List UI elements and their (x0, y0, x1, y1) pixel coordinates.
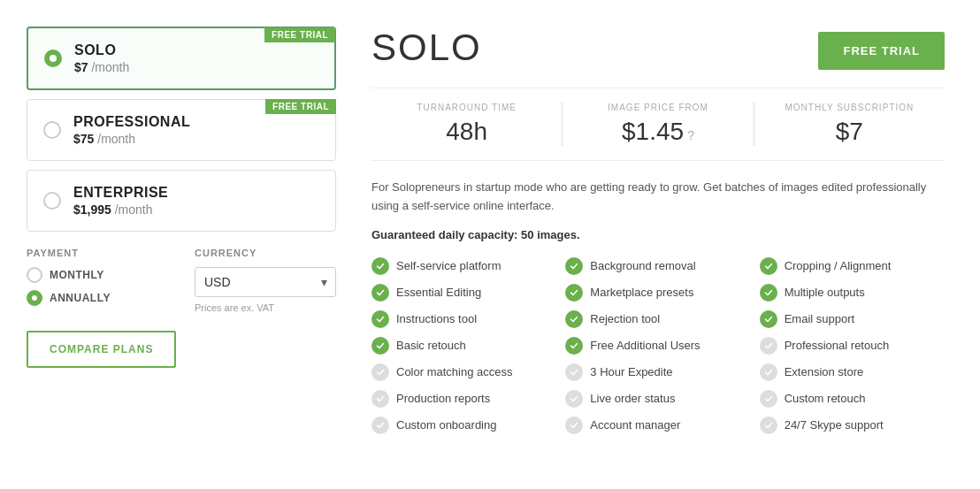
check-inactive-icon (371, 363, 389, 381)
payment-label-annually: ANNUALLY (50, 292, 111, 304)
plan-card-professional[interactable]: PROFESSIONAL $75 /month FREE TRIAL (27, 99, 336, 161)
payment-radio-monthly (27, 267, 42, 283)
stat-value: $1.45? (580, 118, 735, 146)
feature-label: Background removal (590, 259, 695, 272)
feature-item: Account manager (565, 416, 750, 434)
check-inactive-icon (760, 337, 777, 355)
feature-item: Custom retouch (760, 390, 945, 408)
feature-item: 3 Hour Expedite (565, 363, 750, 381)
feature-label: Rejection tool (590, 312, 660, 325)
feature-label: Basic retouch (396, 339, 466, 352)
feature-label: Live order status (590, 392, 675, 405)
feature-label: Custom onboarding (396, 418, 496, 432)
feature-item: Extension store (760, 363, 945, 381)
feature-label: Account manager (590, 418, 680, 432)
feature-label: Email support (785, 312, 854, 325)
features-grid: Self-service platform Background removal… (371, 257, 945, 434)
feature-item: Multiple outputs (760, 284, 945, 302)
check-inactive-icon (565, 363, 583, 381)
feature-item: Essential Editing (371, 284, 556, 302)
stat-label: MONTHLY SUBSCRIPTION (772, 103, 927, 112)
vat-note: Prices are ex. VAT (195, 302, 336, 313)
check-inactive-icon (565, 390, 583, 408)
feature-label: Free Additional Users (590, 339, 700, 352)
payment-section: PAYMENT MONTHLYANNUALLY (27, 248, 168, 313)
currency-wrapper: USD EUR GBP (195, 267, 336, 297)
check-active-icon (565, 284, 583, 302)
info-icon[interactable]: ? (687, 128, 694, 142)
check-active-icon (565, 310, 583, 328)
payment-label-monthly: MONTHLY (50, 269, 104, 281)
plan-card-solo[interactable]: SOLO $7 /month FREE TRIAL (27, 27, 336, 90)
currency-label: CURRENCY (195, 248, 336, 258)
feature-label: Self-service platform (396, 259, 501, 272)
feature-item: Production reports (371, 390, 556, 408)
plan-info-enterprise: ENTERPRISE $1,995 /month (73, 185, 168, 217)
stat-value: 48h (389, 118, 544, 146)
feature-item: Custom onboarding (371, 416, 556, 434)
check-inactive-icon (565, 416, 583, 434)
feature-label: 24/7 Skype support (785, 418, 884, 432)
plan-capacity: Guaranteed daily capacity: 50 images. (371, 228, 945, 241)
check-inactive-icon (760, 390, 777, 408)
feature-item: Free Additional Users (565, 337, 750, 355)
check-inactive-icon (371, 416, 389, 434)
check-active-icon (371, 310, 389, 328)
plan-card-enterprise[interactable]: ENTERPRISE $1,995 /month (27, 170, 336, 232)
feature-item: Live order status (565, 390, 750, 408)
plan-description: For Solopreneurs in startup mode who are… (371, 179, 945, 216)
feature-label: Multiple outputs (785, 286, 865, 299)
feature-item: Email support (760, 310, 945, 328)
left-panel: SOLO $7 /month FREE TRIAL PROFESSIONAL $… (18, 18, 354, 471)
feature-label: Essential Editing (396, 286, 481, 299)
plan-name-solo: SOLO (74, 42, 129, 58)
plan-price-solo: $7 /month (74, 60, 129, 74)
currency-select[interactable]: USD EUR GBP (195, 267, 336, 297)
feature-label: 3 Hour Expedite (590, 365, 672, 378)
payment-currency-row: PAYMENT MONTHLYANNUALLY CURRENCY USD EUR… (27, 248, 336, 313)
check-active-icon (565, 257, 583, 275)
plan-title: SOLO (371, 27, 482, 69)
plan-radio-solo (44, 50, 62, 67)
plan-cards: SOLO $7 /month FREE TRIAL PROFESSIONAL $… (27, 27, 336, 232)
stat-item: MONTHLY SUBSCRIPTION$7 (754, 103, 945, 146)
feature-item: Background removal (565, 257, 750, 275)
feature-item: Basic retouch (371, 337, 556, 355)
stats-row: TURNAROUND TIME48hIMAGE PRICE FROM$1.45?… (371, 88, 945, 161)
plan-price-professional: $75 /month (73, 132, 190, 146)
plan-price-enterprise: $1,995 /month (73, 202, 168, 217)
feature-label: Color matching access (396, 365, 513, 378)
pricing-page: SOLO $7 /month FREE TRIAL PROFESSIONAL $… (0, 0, 980, 489)
check-inactive-icon (760, 416, 777, 434)
check-active-icon (760, 257, 777, 275)
currency-section: CURRENCY USD EUR GBP Prices are ex. VAT (195, 248, 336, 313)
stat-label: TURNAROUND TIME (389, 103, 544, 112)
right-panel: SOLO FREE TRIAL TURNAROUND TIME48hIMAGE … (354, 18, 962, 471)
payment-option-annually[interactable]: ANNUALLY (27, 290, 168, 306)
feature-item: Marketplace presets (565, 284, 750, 302)
check-active-icon (760, 310, 777, 328)
stat-item: IMAGE PRICE FROM$1.45? (562, 103, 753, 146)
check-active-icon (371, 257, 389, 275)
plan-badge-professional: FREE TRIAL (265, 99, 336, 114)
feature-label: Instructions tool (396, 312, 477, 325)
payment-label: PAYMENT (27, 248, 168, 258)
feature-label: Marketplace presets (590, 286, 693, 299)
feature-item: Rejection tool (565, 310, 750, 328)
plan-radio-professional (43, 121, 61, 139)
payment-option-monthly[interactable]: MONTHLY (27, 267, 168, 283)
stat-value: $7 (772, 118, 927, 146)
plan-info-professional: PROFESSIONAL $75 /month (73, 114, 190, 146)
plan-name-professional: PROFESSIONAL (73, 114, 190, 130)
feature-label: Production reports (396, 392, 490, 405)
compare-plans-button[interactable]: COMPARE PLANS (27, 331, 176, 368)
payment-options: MONTHLYANNUALLY (27, 267, 168, 306)
free-trial-button[interactable]: FREE TRIAL (818, 32, 945, 70)
check-active-icon (371, 337, 389, 355)
feature-label: Professional retouch (785, 339, 890, 352)
plan-name-enterprise: ENTERPRISE (73, 185, 168, 201)
plan-badge-solo: FREE TRIAL (264, 27, 335, 42)
feature-item: Professional retouch (760, 337, 945, 355)
feature-item: Color matching access (371, 363, 556, 381)
feature-item: Instructions tool (371, 310, 556, 328)
